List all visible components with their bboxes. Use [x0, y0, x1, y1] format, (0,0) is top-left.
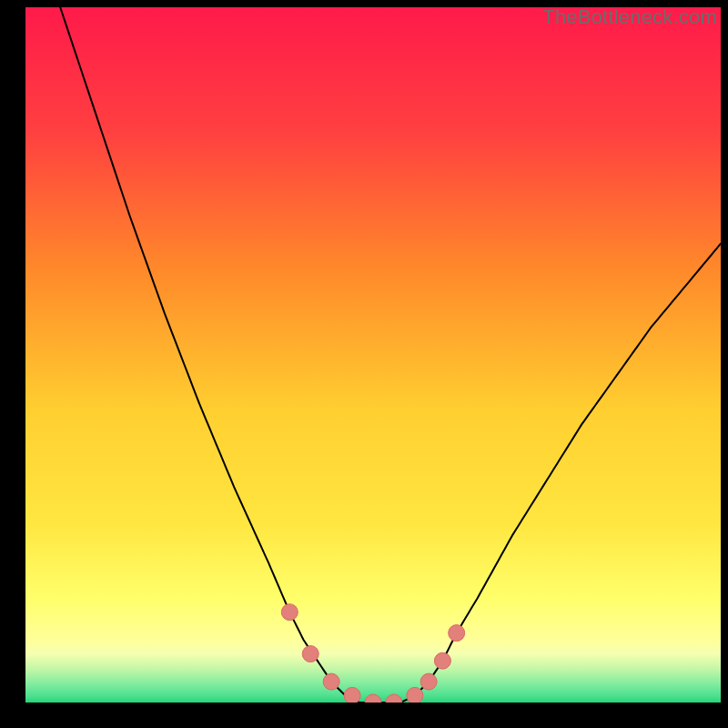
plot-area: [25, 7, 721, 703]
highlight-marker: [281, 604, 298, 621]
highlight-marker: [344, 687, 360, 703]
highlight-marker: [323, 673, 339, 690]
watermark-text: TheBottleneck.com: [542, 5, 717, 29]
highlight-marker: [449, 625, 465, 642]
highlight-marker: [302, 646, 318, 662]
curve-layer: [25, 7, 721, 703]
highlight-marker: [407, 687, 423, 703]
bottleneck-curve: [25, 7, 721, 703]
highlight-marker: [420, 673, 437, 690]
chart-frame: TheBottleneck.com: [0, 0, 728, 728]
highlight-marker: [365, 694, 381, 703]
highlight-marker: [434, 652, 450, 669]
highlight-marker: [386, 694, 402, 703]
